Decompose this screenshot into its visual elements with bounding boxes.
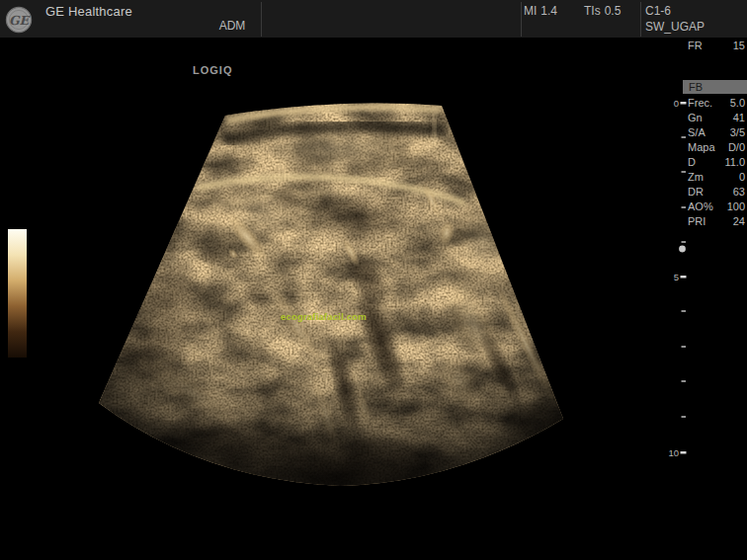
param-row-zm: Zm0 [683,170,747,185]
frame-rate-row: FR 15 [683,39,747,53]
fr-value: 15 [733,39,745,53]
ruler-label-10: 10 [668,447,679,458]
param-value: D/0 [728,140,745,155]
param-label: Gn [688,111,703,125]
parameter-panel: FR 15 FB Frec.5.0 Gn41 S/A3/5 MapaD/0 D1… [683,0,747,560]
active-param-row: FB [683,80,747,94]
ruler-label-5: 5 [674,272,679,282]
param-row-ao: AO%100 [683,200,747,214]
ruler-label-0: 0 [674,98,679,109]
param-row-dr: DR63 [683,185,747,200]
param-label: PRI [688,214,706,229]
param-value: 11.0 [724,155,745,170]
param-row-frec: Frec.5.0 [683,96,747,111]
fr-label: FR [688,39,703,53]
param-value: 3/5 [730,125,745,140]
param-value: 0 [739,170,745,185]
param-label: S/A [688,125,706,140]
param-row-sa: S/A3/5 [683,125,747,140]
param-row-mapa: MapaD/0 [683,140,747,155]
param-value: 41 [733,111,745,125]
watermark: ecografiafacil.com [281,311,367,322]
ultrasound-screen: GE GE Healthcare ADM MI1.4 TIs0.5 C1-6 S… [0,0,747,560]
param-label: Frec. [688,96,712,111]
param-value: 100 [727,200,745,214]
param-row-d: D11.0 [683,155,747,170]
param-label: DR [688,185,704,200]
param-label: Zm [688,170,704,185]
param-label: Mapa [688,140,715,155]
ultrasound-display: 0 5 10 [0,0,747,560]
param-row-pri: PRI24 [683,214,747,229]
machine-label: LOGIQ [193,64,232,76]
param-value: 63 [733,185,745,200]
param-label: AO% [688,200,713,214]
param-label: D [688,155,696,170]
param-value: 24 [733,214,745,229]
ultrasound-fan-image [94,91,613,521]
colorbar [8,229,27,358]
param-value: 5.0 [730,96,745,111]
param-row-gn: Gn41 [683,111,747,125]
